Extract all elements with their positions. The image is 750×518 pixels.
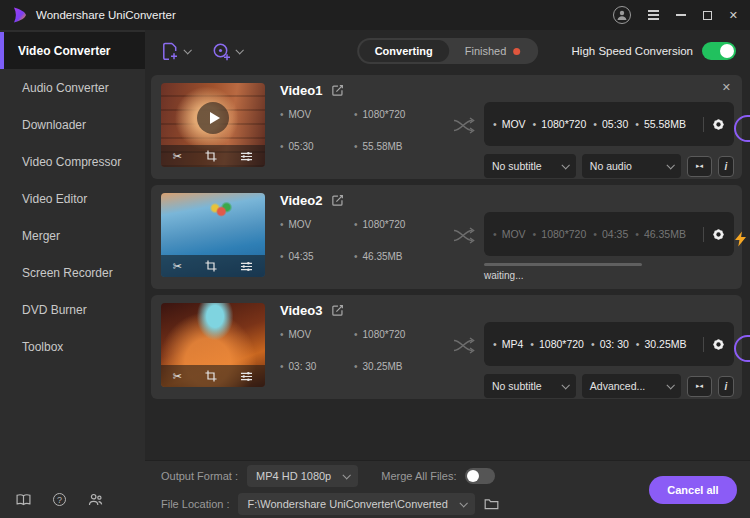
row-action-button[interactable]: Convert (734, 335, 750, 362)
target-duration: 05:30 (593, 118, 628, 130)
status-text: waiting... (484, 270, 734, 281)
settings-gear-icon[interactable] (703, 337, 726, 352)
trim-icon[interactable]: ✂ (173, 261, 182, 272)
minimize-icon[interactable] (676, 14, 686, 16)
sidebar-item-label: Video Editor (22, 192, 87, 206)
compress-icon[interactable]: ▸◂ (687, 156, 712, 177)
remove-video-icon[interactable]: ✕ (722, 82, 731, 93)
source-resolution: 1080*720 (354, 329, 452, 340)
trim-icon[interactable]: ✂ (173, 151, 182, 162)
subtitle-dropdown[interactable]: No subtitle (484, 374, 576, 398)
audio-dropdown[interactable]: No audio (582, 154, 681, 178)
high-speed-bolt-icon (734, 231, 747, 247)
source-duration: 03: 30 (280, 361, 354, 372)
video-thumbnail[interactable]: ✂ (161, 303, 265, 387)
file-location-select[interactable]: F:\Wondershare UniConverter\Converted (238, 493, 474, 515)
video-thumbnail[interactable]: ✂ (161, 83, 265, 167)
high-speed-label: High Speed Conversion (572, 45, 693, 57)
sidebar-item-label: DVD Burner (22, 303, 87, 317)
effects-icon[interactable] (240, 371, 253, 382)
video-thumbnail[interactable]: ✂ (161, 193, 265, 277)
effects-icon[interactable] (240, 151, 253, 162)
close-window-icon[interactable]: ✕ (729, 10, 738, 21)
cancel-all-button[interactable]: Cancel all (649, 476, 737, 504)
sidebar-item-dvd-burner[interactable]: DVD Burner (0, 291, 145, 328)
media-info-icon[interactable]: i (718, 376, 734, 397)
add-files-chevron-icon (183, 46, 191, 54)
audio-value: Advanced... (590, 380, 645, 392)
subtitle-dropdown[interactable]: No subtitle (484, 154, 576, 178)
convert-to-icon (452, 337, 476, 354)
rename-icon[interactable] (331, 304, 344, 317)
source-format: MOV (280, 329, 354, 340)
user-guide-icon[interactable] (16, 493, 31, 506)
sidebar-item-video-converter[interactable]: Video Converter (0, 32, 145, 69)
sidebar-item-video-compressor[interactable]: Video Compressor (0, 143, 145, 180)
subtitle-value: No subtitle (492, 160, 542, 172)
window-controls: ✕ (613, 6, 738, 24)
source-info: MOV 1080*720 04:35 46.35MB (280, 219, 452, 262)
video-row: ✂ Video1 (151, 75, 742, 179)
sidebar-item-screen-recorder[interactable]: Screen Recorder (0, 254, 145, 291)
video-list: ✂ Video1 (145, 72, 750, 460)
sidebar-item-label: Audio Converter (22, 81, 109, 95)
contact-us-icon[interactable] (88, 493, 103, 506)
sidebar-item-toolbox[interactable]: Toolbox (0, 328, 145, 365)
add-files-button[interactable] (161, 42, 190, 61)
titlebar: Wondershare UniConverter ✕ (0, 0, 750, 30)
target-settings-box: MP4 1080*720 03: 30 30.25MB (484, 322, 734, 366)
source-size: 30.25MB (354, 361, 452, 372)
sidebar-item-audio-converter[interactable]: Audio Converter (0, 69, 145, 106)
tab-finished[interactable]: Finished (449, 40, 537, 62)
convert-to-icon (452, 117, 476, 134)
footer-bar: Output Format : MP4 HD 1080p Merge All F… (145, 460, 750, 518)
crop-icon[interactable] (205, 370, 217, 382)
output-format-select[interactable]: MP4 HD 1080p (247, 465, 358, 487)
thumbnail-toolbar: ✂ (161, 365, 265, 387)
output-format-label: Output Format : (161, 470, 238, 482)
subtitle-value: No subtitle (492, 380, 542, 392)
video-row: ✂ Video2 (151, 185, 742, 289)
play-icon[interactable] (197, 102, 229, 134)
sidebar-item-label: Video Converter (18, 44, 110, 58)
help-icon[interactable]: ? (53, 493, 66, 506)
tab-converting[interactable]: Converting (359, 40, 449, 62)
merge-all-files-toggle[interactable] (465, 468, 495, 484)
row-action-button[interactable]: Convert (734, 115, 750, 142)
progress-bar (484, 263, 642, 266)
sidebar-item-video-editor[interactable]: Video Editor (0, 180, 145, 217)
account-avatar[interactable] (613, 6, 631, 24)
target-resolution: 1080*720 (533, 118, 587, 130)
audio-chevron-icon (666, 161, 674, 169)
compress-icon[interactable]: ▸◂ (687, 376, 712, 397)
audio-dropdown[interactable]: Advanced... (582, 374, 681, 398)
trim-icon[interactable]: ✂ (173, 371, 182, 382)
rename-icon[interactable] (331, 194, 344, 207)
subtitle-chevron-icon (561, 161, 569, 169)
add-from-device-button[interactable] (212, 42, 242, 61)
crop-icon[interactable] (205, 260, 217, 272)
source-size: 55.58MB (354, 141, 452, 152)
source-duration: 04:35 (280, 251, 354, 262)
sidebar-item-merger[interactable]: Merger (0, 217, 145, 254)
settings-gear-icon[interactable] (703, 227, 726, 242)
crop-icon[interactable] (205, 150, 217, 162)
open-folder-icon[interactable] (484, 497, 499, 510)
output-format-value: MP4 HD 1080p (256, 470, 331, 482)
sidebar-item-label: Merger (22, 229, 60, 243)
target-resolution: 1080*720 (533, 228, 587, 240)
target-size: 30.25MB (636, 338, 687, 350)
rename-icon[interactable] (331, 84, 344, 97)
sidebar-item-label: Downloader (22, 118, 86, 132)
audio-value: No audio (590, 160, 632, 172)
toolbar: Converting Finished High Speed Conversio… (145, 30, 750, 72)
merge-all-files-label: Merge All Files: (381, 470, 456, 482)
settings-gear-icon[interactable] (703, 117, 726, 132)
maximize-icon[interactable] (703, 11, 712, 20)
high-speed-toggle[interactable] (702, 42, 736, 60)
menu-icon[interactable] (648, 10, 659, 20)
sidebar-item-downloader[interactable]: Downloader (0, 106, 145, 143)
effects-icon[interactable] (240, 261, 253, 272)
app-window: Wondershare UniConverter ✕ Video Convert… (0, 0, 750, 518)
media-info-icon[interactable]: i (718, 156, 734, 177)
